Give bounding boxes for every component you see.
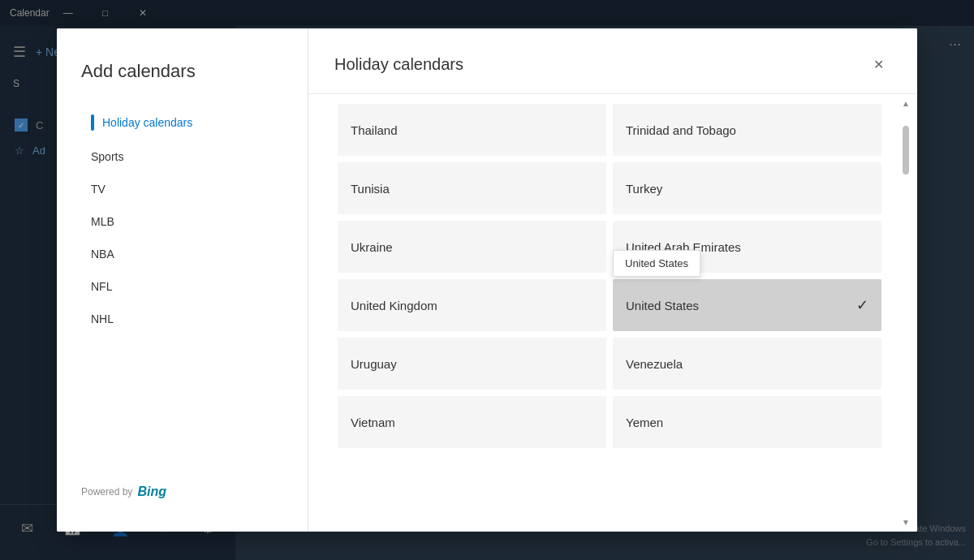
nav-item-label: Sports xyxy=(91,150,123,163)
nav-item-holiday-calendars[interactable]: Holiday calendars xyxy=(81,106,283,139)
bing-logo: Bing xyxy=(137,485,166,499)
country-item-vietnam[interactable]: Vietnam xyxy=(338,396,606,448)
nav-item-label: MLB xyxy=(91,215,114,228)
country-item-united-kingdom[interactable]: United Kingdom xyxy=(338,279,606,331)
modal-right-panel: Holiday calendars ✕ Thailand Trinidad an… xyxy=(308,28,917,532)
country-item-uruguay[interactable]: Uruguay xyxy=(338,338,606,390)
country-item-thailand[interactable]: Thailand xyxy=(338,104,606,156)
country-item-tunisia[interactable]: Tunisia xyxy=(338,162,606,214)
modal-overlay: Add calendars Holiday calendars Sports T… xyxy=(0,0,974,560)
country-item-united-states[interactable]: United States United States ✓ xyxy=(613,279,881,331)
modal-title: Add calendars xyxy=(81,61,283,82)
check-icon: ✓ xyxy=(856,296,868,314)
scrollbar-thumb[interactable] xyxy=(903,126,909,174)
nav-item-nba[interactable]: NBA xyxy=(81,239,283,269)
nav-item-nhl[interactable]: NHL xyxy=(81,304,283,334)
nav-item-label: NFL xyxy=(91,280,112,293)
nav-item-label: NHL xyxy=(91,312,114,325)
modal-nav: Holiday calendars Sports TV MLB NBA xyxy=(81,106,283,468)
modal-right-content: Thailand Trinidad and Tobago Tunisia Tur… xyxy=(308,94,917,532)
country-item-ukraine[interactable]: Ukraine xyxy=(338,221,606,273)
powered-by: Powered by Bing xyxy=(81,468,283,499)
nav-item-mlb[interactable]: MLB xyxy=(81,207,283,236)
countries-grid: Thailand Trinidad and Tobago Tunisia Tur… xyxy=(308,94,898,532)
nav-item-label: Holiday calendars xyxy=(102,116,192,129)
modal-close-button[interactable]: ✕ xyxy=(865,51,891,77)
active-indicator xyxy=(91,114,94,131)
scroll-down-button[interactable]: ▼ xyxy=(900,516,912,528)
country-item-yemen[interactable]: Yemen xyxy=(613,396,881,448)
country-item-venezuela[interactable]: Venezuela xyxy=(613,338,881,390)
scroll-up-button[interactable]: ▲ xyxy=(900,97,912,110)
nav-item-sports[interactable]: Sports xyxy=(81,142,283,171)
nav-item-label: NBA xyxy=(91,248,114,261)
modal-right-title: Holiday calendars xyxy=(334,55,463,74)
nav-item-nfl[interactable]: NFL xyxy=(81,272,283,301)
country-item-turkey[interactable]: Turkey xyxy=(613,162,881,214)
modal-left-panel: Add calendars Holiday calendars Sports T… xyxy=(57,28,308,532)
united-states-tooltip: United States xyxy=(613,250,700,277)
modal-right-header: Holiday calendars ✕ xyxy=(308,28,917,94)
country-item-trinidad-and-tobago[interactable]: Trinidad and Tobago xyxy=(613,104,881,156)
nav-item-label: TV xyxy=(91,183,106,196)
add-calendars-modal: Add calendars Holiday calendars Sports T… xyxy=(57,28,917,532)
scrollbar: ▲ ▼ xyxy=(898,94,914,532)
nav-item-tv[interactable]: TV xyxy=(81,174,283,204)
